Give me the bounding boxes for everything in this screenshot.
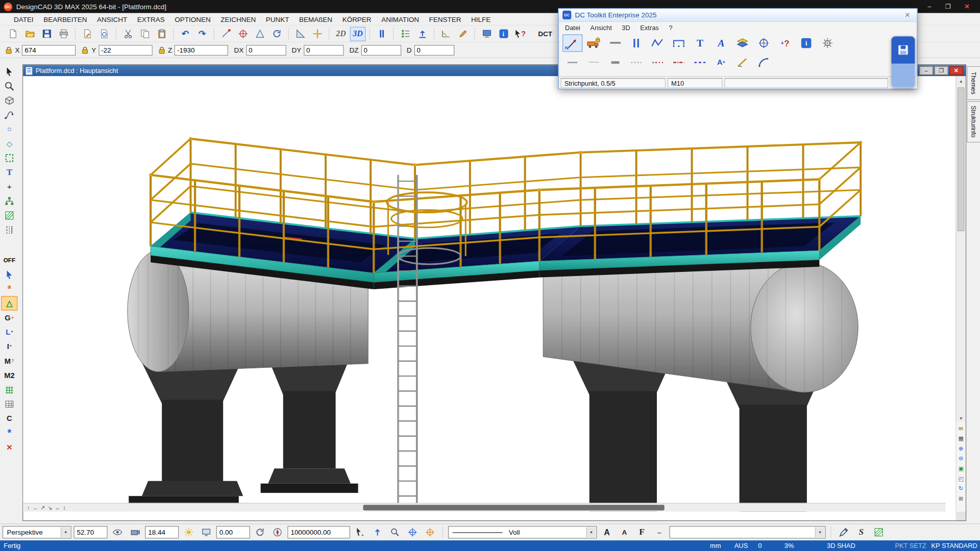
zoom-box-icon[interactable]: ▣ [958,464,963,473]
lock-z-icon[interactable] [158,46,165,54]
snap-star-icon[interactable]: * [1,282,17,296]
table-grid-icon[interactable] [1,397,17,411]
menu-bearbeiten[interactable]: BEARBEITEN [38,15,92,23]
refresh-icon[interactable]: ↻ [959,484,963,493]
mail-icon[interactable]: ✉ [959,423,963,433]
set-square-icon[interactable] [292,27,308,41]
vscroll-thumb[interactable] [958,87,964,231]
grid2-icon[interactable]: ⊞ [959,493,963,503]
status-pkt[interactable]: PKT SETZ [895,542,926,549]
dct-label[interactable]: DCT [538,30,552,38]
screen-icon[interactable] [199,525,213,539]
status-unit[interactable]: mm [710,542,721,549]
snap-cursor-icon[interactable] [1,267,17,282]
rotate-compass-icon[interactable] [269,27,285,41]
line-tool-icon[interactable] [605,34,625,52]
north-arrow-icon[interactable]: N [562,34,582,52]
layer-list-icon[interactable] [398,27,413,41]
slope-line-icon[interactable] [732,54,752,71]
grid-icon[interactable]: ▦ [958,434,963,443]
nav-up-icon[interactable]: ↑ [27,505,30,511]
nav-right-icon[interactable]: → [32,505,38,511]
snap-triangle-icon[interactable]: △ [1,296,17,310]
menu-animation[interactable]: ANIMATION [376,15,424,23]
toolkit-close-icon[interactable]: ✕ [902,11,913,19]
hscroll-track[interactable] [69,504,946,512]
layers-icon[interactable] [732,34,752,52]
font-increase-button[interactable]: A [599,525,614,539]
angle-dimension-icon[interactable] [438,27,454,41]
off-toggle[interactable]: OFF [1,253,17,267]
toolkit-menu-3d[interactable]: 3D [622,23,630,31]
toolkit-menu-datei[interactable]: Datei [565,23,580,31]
coord-dx-input[interactable] [246,45,286,56]
status-kp[interactable]: KP STANDARD [931,542,977,549]
view-camera-icon[interactable] [128,525,142,539]
zoom-corner-icon[interactable]: ◰ [958,473,963,483]
style-s-button[interactable]: S [854,525,869,539]
toolkit-side-panel[interactable] [891,36,915,87]
linewidth-thin-icon[interactable] [584,54,604,71]
zoom-in-icon[interactable]: ⊕ [959,443,963,453]
menu-optionen[interactable]: OPTIONEN [170,15,216,23]
lock-x-icon[interactable] [5,46,13,54]
menu-ansicht[interactable]: ANSICHT [92,15,132,23]
star-tool-icon[interactable]: * [1,425,17,440]
font-plus-icon[interactable]: A+ [711,54,731,71]
arc-tool-icon[interactable] [754,54,774,71]
nav-h-icon[interactable]: ↔ [55,505,60,511]
display-settings-icon[interactable] [479,27,495,41]
status-count[interactable]: 0 [758,542,762,549]
tab-strukturinfo[interactable]: Strukturinfo [967,101,980,142]
angle-ruler-icon[interactable] [252,27,267,41]
menu-punkt[interactable]: PUNKT [261,15,294,23]
nav-ne-icon[interactable]: ↗ [40,505,45,511]
menu-hilfe[interactable]: HILFE [466,15,496,23]
view-eye-icon[interactable] [110,525,125,539]
scroll-up-icon[interactable]: ▲ [956,76,965,85]
mode-3d-button[interactable]: 3D [350,27,366,41]
coord-dy-input[interactable] [304,45,344,56]
info-icon[interactable]: i [796,34,816,52]
c-tool-button[interactable]: C [1,411,17,425]
orbit-target-icon[interactable] [754,34,774,52]
status-zoom[interactable]: 3% [785,542,794,549]
coord-d-input[interactable] [414,45,454,56]
polygon-tool-icon[interactable]: ◇ [1,136,17,151]
cancel-tool-icon[interactable]: ✕ [1,440,17,454]
print-icon[interactable] [56,27,71,41]
context-help-icon[interactable]: ? [512,27,528,41]
coord-x-input[interactable] [22,45,76,56]
tab-themes[interactable]: Themes [967,66,980,100]
nav-v-icon[interactable]: ↕ [63,505,66,511]
selection-box-icon[interactable] [1,151,17,165]
cut-icon[interactable] [120,27,136,41]
compass-icon[interactable] [270,525,285,539]
hatch-fill-icon[interactable] [1,208,17,222]
text-tool-icon[interactable]: T [690,34,710,52]
view-angle3-input[interactable] [216,526,250,538]
snap-target-icon[interactable] [235,27,251,41]
menu-bemassen[interactable]: BEMAßEN [294,15,337,23]
minimize-button[interactable]: – [920,1,939,12]
gear-target-icon[interactable] [818,34,838,52]
cursor-menu-icon[interactable] [353,525,368,539]
close-button[interactable]: ✕ [958,1,976,12]
line-style-select[interactable]: Voll▼ [448,526,597,538]
elevation-up-icon[interactable] [414,27,430,41]
doc-minimize-button[interactable]: – [919,66,933,75]
hatch-green-icon[interactable] [871,525,886,539]
linetype-dotted-icon[interactable] [626,54,646,71]
parallel-tool-icon[interactable] [626,34,646,52]
coord-y-input[interactable] [99,45,152,56]
move-point-icon[interactable] [218,27,234,41]
toolkit-titlebar[interactable]: DC DC Toolkit Enterprise 2025 ✕ [559,9,917,22]
lock-y-icon[interactable] [82,46,89,54]
curve-tool-icon[interactable] [1,108,17,122]
eyedropper-icon[interactable] [836,525,851,539]
midpoint-snap-button[interactable]: M? [1,354,17,368]
new-file-icon[interactable] [5,27,21,41]
toolkit-menu-extras[interactable]: Extras [640,23,658,31]
coord-z-input[interactable] [175,45,228,56]
vertical-scrollbar[interactable]: ▲ ▼ [955,76,966,422]
